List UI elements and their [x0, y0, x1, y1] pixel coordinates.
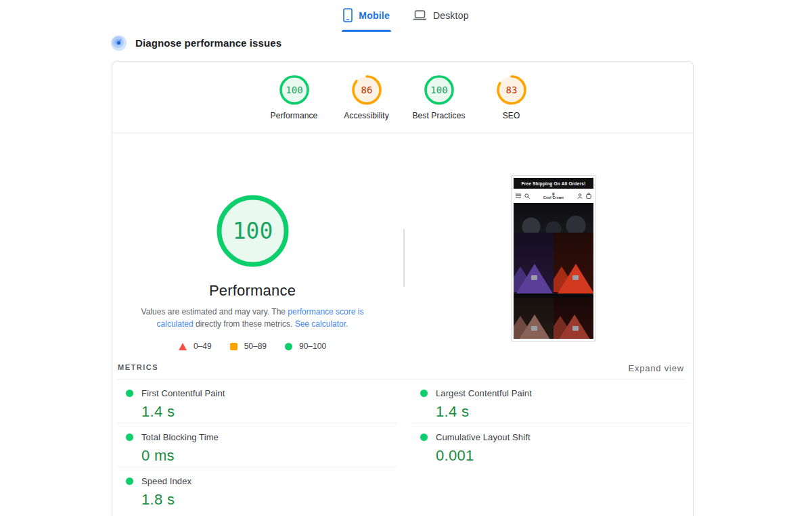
metric-speed-index: Speed Index 1.8 s	[118, 467, 397, 511]
shipping-banner: Free Shipping On All Orders!	[514, 178, 593, 189]
mobile-phone-icon	[343, 8, 353, 22]
legend-item-pass: 90–100	[285, 342, 326, 351]
thumb-navbar: ♛ Cool Crown	[514, 189, 593, 203]
svg-text:83: 83	[505, 85, 517, 95]
legend-label: 50–89	[244, 342, 267, 351]
metric-value: 1.4 s	[436, 403, 691, 421]
metric-value: 1.4 s	[141, 403, 397, 421]
category-label: SEO	[503, 111, 520, 120]
pass-dot-icon	[420, 390, 428, 397]
tab-mobile-label: Mobile	[359, 10, 390, 21]
metric-name: Total Blocking Time	[141, 432, 219, 442]
score-legend: 0–49 50–89 90–100	[131, 342, 374, 351]
green-circle-icon	[285, 343, 292, 350]
report-card: 100 Performance 86 Accessibility 100 Bes…	[112, 61, 694, 516]
pagespeed-insights-icon	[111, 35, 127, 51]
disclaimer-text: Values are estimated and may vary. The	[141, 307, 288, 316]
metrics-column-right: Largest Contentful Paint 1.4 s Cumulativ…	[412, 379, 691, 467]
red-triangle-icon	[179, 343, 187, 350]
photo-shelf-top	[514, 203, 593, 233]
tab-desktop[interactable]: Desktop	[411, 3, 470, 32]
section-header: Diagnose performance issues	[111, 35, 281, 51]
metric-name: Speed Index	[141, 476, 191, 486]
column-divider	[403, 229, 405, 287]
metric-largest-contentful-paint: Largest Contentful Paint 1.4 s	[412, 379, 691, 423]
pass-dot-icon	[126, 390, 133, 397]
metrics-column-left: First Contentful Paint 1.4 s Total Block…	[118, 379, 397, 511]
page-title: Diagnose performance issues	[135, 37, 281, 49]
score-gauge: 86	[351, 74, 382, 105]
metric-first-contentful-paint: First Contentful Paint 1.4 s	[118, 379, 397, 423]
metrics-heading: METRICS	[118, 363, 158, 371]
svg-text:86: 86	[361, 85, 372, 95]
thumb-logo-text: Cool Crown	[543, 196, 564, 200]
category-label: Performance	[271, 111, 318, 120]
score-gauge: 100	[279, 74, 310, 105]
thumb-logo: ♛ Cool Crown	[543, 192, 564, 200]
search-icon	[524, 193, 530, 199]
category-label: Best Practices	[412, 111, 465, 120]
legend-item-fail: 0–49	[179, 342, 212, 351]
hamburger-menu-icon	[516, 193, 521, 198]
page-screenshot-thumbnail[interactable]: Free Shipping On All Orders! ♛ Cool Crow…	[511, 175, 596, 342]
tab-mobile[interactable]: Mobile	[342, 3, 391, 32]
metric-total-blocking-time: Total Blocking Time 0 ms	[118, 423, 397, 467]
category-gauge-performance[interactable]: 100 Performance	[264, 74, 325, 133]
account-icon	[577, 193, 583, 199]
metric-cumulative-layout-shift: Cumulative Layout Shift 0.001	[412, 423, 691, 467]
performance-section-title: Performance	[151, 282, 354, 300]
pass-dot-icon	[420, 433, 428, 441]
legend-item-average: 50–89	[230, 342, 267, 351]
metrics-header-row: METRICS Expand view	[118, 363, 684, 379]
photo-shelf-middle	[514, 233, 593, 294]
photo-shelf-bottom	[514, 298, 593, 339]
legend-label: 90–100	[299, 342, 326, 351]
metric-name: Cumulative Layout Shift	[436, 432, 531, 442]
see-calculator-link[interactable]: See calculator.	[295, 319, 348, 329]
category-gauge-seo[interactable]: 83 SEO	[481, 74, 542, 133]
tab-desktop-label: Desktop	[433, 10, 469, 21]
svg-text:100: 100	[430, 85, 447, 95]
score-gauge: 100	[424, 74, 455, 105]
device-tabbar: Mobile Desktop	[0, 3, 812, 32]
pass-dot-icon	[126, 433, 133, 441]
metric-value: 0 ms	[141, 447, 397, 465]
metric-value: 1.8 s	[141, 491, 397, 509]
pass-dot-icon	[126, 477, 133, 485]
orange-square-icon	[230, 343, 238, 350]
category-gauge-accessibility[interactable]: 86 Accessibility	[336, 74, 397, 133]
metric-name: Largest Contentful Paint	[436, 388, 532, 398]
category-scores-row: 100 Performance 86 Accessibility 100 Bes…	[112, 62, 693, 133]
score-gauge: 83	[496, 74, 527, 105]
category-label: Accessibility	[344, 111, 389, 120]
metric-value: 0.001	[436, 447, 691, 465]
cart-bag-icon	[586, 193, 591, 199]
page-screenshot-photo	[514, 203, 593, 339]
legend-label: 0–49	[194, 342, 212, 351]
score-disclaimer: Values are estimated and may vary. The p…	[131, 306, 374, 330]
desktop-laptop-icon	[413, 10, 427, 21]
svg-text:100: 100	[286, 85, 302, 95]
svg-text:100: 100	[233, 218, 273, 244]
category-gauge-best-practices[interactable]: 100 Best Practices	[409, 74, 470, 133]
expand-view-button[interactable]: Expand view	[628, 363, 684, 373]
disclaimer-text: directly from these metrics.	[194, 319, 295, 329]
metric-name: First Contentful Paint	[141, 388, 225, 398]
performance-score-gauge: 100	[217, 195, 289, 267]
